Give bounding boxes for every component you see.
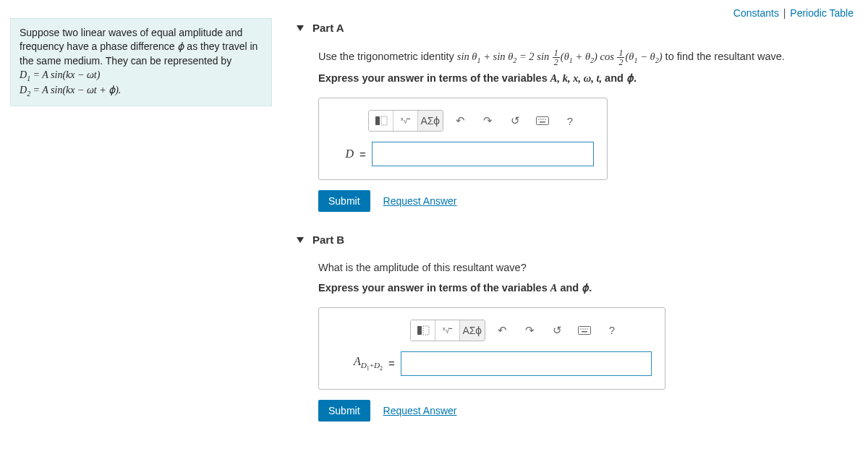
svg-point-12 [582,328,584,330]
keyboard-icon[interactable] [574,320,595,341]
redo-icon[interactable]: ↷ [477,110,498,132]
part-b-request-answer-link[interactable]: Request Answer [383,405,457,416]
part-b-answer-input[interactable] [401,351,652,376]
help-icon[interactable]: ? [601,320,623,341]
part-a-instruction: Use the trigonometric identity sin θ1 + … [318,48,854,67]
part-b-lhs: AD1+D2 [332,355,383,372]
express-and-b: and [557,282,582,294]
svg-point-11 [580,328,582,330]
redo-icon[interactable]: ↷ [519,320,540,341]
var-A: A [550,282,558,294]
top-links: Constants | Periodic Table [733,7,854,19]
part-a-header[interactable]: Part A [297,22,854,34]
link-separator: | [783,7,786,19]
part-a-submit-row: Submit Request Answer [318,190,854,212]
svg-point-6 [545,119,546,120]
reset-icon[interactable]: ↺ [546,320,568,341]
part-b-express: Express your answer in terms of the vari… [318,282,854,294]
instr-pre: Use the trigonometric identity [318,51,457,62]
part-b-input-row: AD1+D2 = [332,351,652,376]
svg-rect-7 [540,121,545,123]
express-post: . [634,72,637,84]
part-a-title: Part A [312,22,344,34]
svg-rect-8 [417,326,422,335]
part-a-answer-input[interactable] [372,142,594,166]
part-b-answer-box: x√ ΑΣϕ ↶ ↷ ↺ ? AD1+D2 = [318,307,665,390]
express-and: and [602,72,626,84]
part-a-answer-box: x√ ΑΣϕ ↶ ↷ ↺ ? D = [318,98,608,180]
part-b-toolbar: x√ ΑΣϕ ↶ ↷ ↺ ? [410,320,652,341]
undo-icon[interactable]: ↶ [491,320,513,341]
format-group: x√ ΑΣϕ [368,110,443,132]
greek-icon[interactable]: ΑΣϕ [460,320,485,341]
periodic-table-link[interactable]: Periodic Table [790,7,854,19]
instr-post: to find the resultant wave. [663,51,785,62]
svg-point-4 [540,119,542,120]
undo-icon[interactable]: ↶ [449,110,471,132]
keyboard-icon[interactable] [532,110,553,132]
sqrt-icon[interactable]: x√ [435,320,460,341]
svg-rect-10 [579,326,591,334]
part-b-submit-row: Submit Request Answer [318,400,854,422]
part-a-body: Use the trigonometric identity sin θ1 + … [297,48,854,212]
part-a-input-row: D = [332,142,594,166]
templates-icon[interactable] [369,111,393,131]
svg-rect-9 [423,326,429,335]
part-b-body: What is the amplitude of this resultant … [297,260,854,422]
eq-sign-b: = [388,357,395,369]
part-a-submit-button[interactable]: Submit [318,190,370,212]
svg-rect-2 [537,117,549,125]
trig-identity: sin θ1 + sin θ2 = 2 sin 12(θ1 + θ2) cos … [457,51,663,62]
greek-icon[interactable]: ΑΣϕ [418,111,443,131]
help-icon[interactable]: ? [559,110,581,132]
svg-point-13 [584,328,586,330]
express-pre-b: Express your answer in terms of the vari… [318,282,550,294]
part-a-toolbar: x√ ΑΣϕ ↶ ↷ ↺ ? [368,110,594,132]
express-pre: Express your answer in terms of the vari… [318,72,550,84]
eq1: D1 = A sin(kx − ωt) [20,69,100,80]
part-b-submit-button[interactable]: Submit [318,400,370,422]
part-b-header[interactable]: Part B [297,234,854,246]
sqrt-icon[interactable]: x√ [393,111,418,131]
format-group-b: x√ ΑΣϕ [410,320,485,341]
part-a-express: Express your answer in terms of the vari… [318,72,854,85]
part-a-request-answer-link[interactable]: Request Answer [383,195,457,207]
var-phi-b: ϕ [582,282,589,294]
eq2: D2 = A sin(kx − ωt + ϕ). [20,85,121,95]
constants-link[interactable]: Constants [733,7,779,19]
svg-rect-0 [375,116,380,125]
svg-point-3 [538,119,540,120]
chevron-down-icon[interactable] [297,25,304,31]
eq-sign-a: = [359,148,366,161]
part-b-title: Part B [312,234,344,246]
templates-icon[interactable] [411,320,435,341]
svg-point-5 [542,119,544,120]
part-a-lhs: D [332,147,354,161]
chevron-down-icon[interactable] [297,237,304,243]
express-post-b: . [589,282,592,294]
part-b-instruction: What is the amplitude of this resultant … [318,260,854,276]
vars-list: A, k, x, ω, t, [550,72,602,84]
svg-rect-15 [582,331,587,333]
svg-point-14 [587,328,588,330]
svg-rect-1 [381,116,387,125]
reset-icon[interactable]: ↺ [504,110,526,132]
problem-prompt: Suppose two linear waves of equal amplit… [10,18,272,106]
var-phi: ϕ [626,72,634,84]
